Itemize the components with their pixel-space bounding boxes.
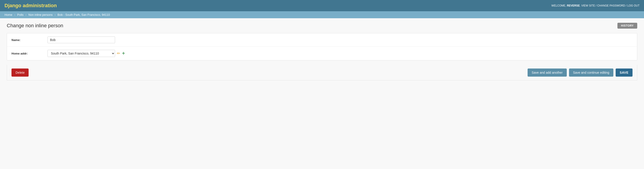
name-field [48, 36, 115, 43]
history-button[interactable]: HISTORY [618, 23, 637, 28]
page-title: Change non inline person [7, 23, 63, 28]
save-continue-button[interactable]: Save and continue editing [569, 68, 614, 76]
submit-row-left: Delete [12, 68, 28, 76]
form-container: Name: Home addr: South Park, San Francis… [7, 33, 637, 60]
delete-button[interactable]: Delete [12, 68, 28, 76]
submit-row: Delete Save and add another Save and con… [7, 65, 637, 80]
breadcrumb: Home › Polls › Non inline persons › Bob … [0, 11, 644, 18]
save-add-button[interactable]: Save and add another [528, 68, 567, 76]
submit-row-right: Save and add another Save and continue e… [528, 68, 632, 76]
name-label: Name: [12, 38, 48, 42]
breadcrumb-separator-2: › [26, 13, 26, 16]
name-input[interactable] [48, 36, 115, 43]
add-addr-icon[interactable]: + [122, 51, 125, 56]
breadcrumb-polls[interactable]: Polls [17, 13, 24, 16]
breadcrumb-separator-1: › [14, 13, 15, 16]
home-addr-label: Home addr: [12, 52, 48, 55]
title-row: Change non inline person HISTORY [7, 23, 637, 28]
user-tools: WELCOME, REVERSE. VIEW SITE / CHANGE PAS… [552, 4, 640, 7]
breadcrumb-home[interactable]: Home [4, 13, 12, 16]
home-addr-field: South Park, San Francisco, 94110 ✏ + [48, 50, 125, 57]
view-site-link[interactable]: VIEW SITE [581, 4, 595, 7]
welcome-text: WELCOME, [552, 4, 567, 7]
log-out-link[interactable]: LOG OUT [627, 4, 640, 7]
site-name-link[interactable]: Django administration [4, 3, 57, 8]
content-wrapper: Change non inline person HISTORY Name: H… [0, 18, 644, 85]
name-field-row: Name: [7, 33, 637, 47]
breadcrumb-current: Bob - South Park, San Francisco, 94110 [58, 13, 110, 16]
breadcrumb-non-inline-persons[interactable]: Non inline persons [28, 13, 53, 16]
username: REVERSE [567, 4, 580, 7]
breadcrumb-separator-3: › [54, 13, 56, 16]
home-addr-field-row: Home addr: South Park, San Francisco, 94… [7, 47, 637, 60]
home-addr-select[interactable]: South Park, San Francisco, 94110 [48, 50, 115, 57]
change-password-link[interactable]: CHANGE PASSWORD [597, 4, 625, 7]
save-button[interactable]: SAVE [616, 68, 632, 76]
header: Django administration WELCOME, REVERSE. … [0, 0, 644, 11]
edit-addr-icon[interactable]: ✏ [117, 51, 120, 56]
